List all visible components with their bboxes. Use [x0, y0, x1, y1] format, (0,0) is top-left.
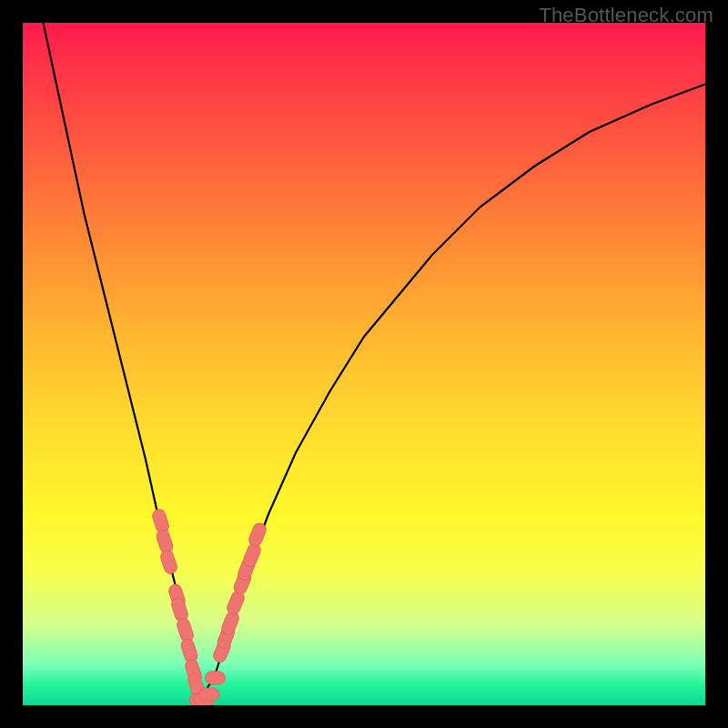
data-marker: [159, 549, 178, 575]
chart-svg: [23, 23, 705, 705]
data-marker: [242, 541, 263, 568]
data-marker: [206, 672, 226, 684]
bottleneck-curve: [44, 23, 706, 699]
data-marker: [199, 688, 219, 701]
data-marker: [220, 610, 241, 636]
plot-area: [23, 23, 705, 705]
data-markers: [151, 508, 268, 705]
watermark-text: TheBottleneck.com: [539, 4, 713, 27]
chart-frame: TheBottleneck.com: [0, 0, 728, 728]
data-marker: [248, 521, 268, 548]
